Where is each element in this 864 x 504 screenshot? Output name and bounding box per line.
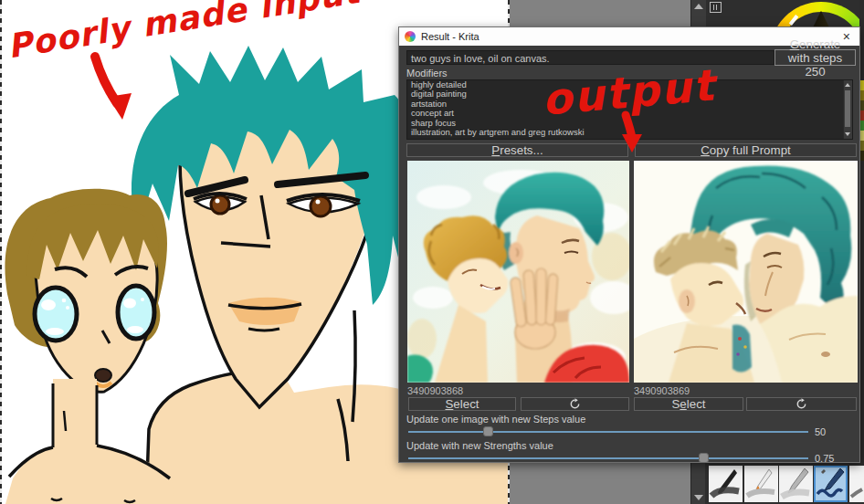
partial-brush-icon xyxy=(849,466,864,502)
generated-image-2[interactable] xyxy=(634,161,858,383)
pencil-icon xyxy=(779,466,813,502)
strengths-slider-value: 0.75 xyxy=(815,453,834,464)
krita-workspace: Result - Krita × two guys in love, oil o… xyxy=(0,0,864,504)
brush-preset-blue-pen-selected[interactable] xyxy=(814,466,848,502)
select-button-2[interactable]: Select xyxy=(634,397,743,411)
ink-pen-icon xyxy=(709,466,743,502)
brush-presets-docker xyxy=(705,462,864,504)
modifier-item[interactable]: illustration, art by artgrem and greg ru… xyxy=(407,128,852,137)
modifier-item[interactable]: concept art xyxy=(407,109,852,118)
painting-two-men-kissing xyxy=(634,161,858,383)
modifier-item[interactable]: digital painting xyxy=(407,89,852,99)
docker-toolbox-icon[interactable] xyxy=(710,2,722,13)
modifiers-scrollbar[interactable] xyxy=(843,80,852,139)
strengths-slider-label: Update with new Strengths value xyxy=(406,440,553,451)
generated-image-1[interactable] xyxy=(407,161,629,383)
generate-button[interactable]: Generate with steps 250 xyxy=(774,49,856,66)
scroll-down-icon[interactable] xyxy=(845,132,850,136)
brush-preset-ink-pen[interactable] xyxy=(709,466,743,502)
modifier-item[interactable]: highly detailed xyxy=(407,80,852,89)
brush-preset-pencil[interactable] xyxy=(779,466,813,502)
select-button-1[interactable]: Select xyxy=(408,397,516,411)
presets-button[interactable]: Presets... xyxy=(406,143,628,157)
seed-label-2: 3490903869 xyxy=(634,385,690,396)
slider-handle[interactable] xyxy=(483,426,493,436)
seed-label-1: 3490903868 xyxy=(407,385,463,396)
steps-slider-value: 50 xyxy=(815,426,826,437)
painting-two-men-sky xyxy=(407,161,629,383)
krita-icon xyxy=(405,31,416,42)
scroll-up-icon[interactable] xyxy=(694,4,703,9)
refresh-button-1[interactable] xyxy=(521,397,629,411)
result-dialog: Result - Krita × two guys in love, oil o… xyxy=(398,26,860,463)
brush-preset-fine-pen[interactable] xyxy=(744,466,778,502)
modifiers-list[interactable]: highly detailed digital painting artstat… xyxy=(406,79,853,140)
scrollbar-handle[interactable] xyxy=(845,90,850,127)
modifiers-label: Modifiers xyxy=(406,68,448,79)
scroll-down-icon[interactable] xyxy=(694,495,703,500)
slider-handle[interactable] xyxy=(699,453,709,463)
blue-pen-icon xyxy=(814,466,848,502)
refresh-icon xyxy=(569,398,581,410)
steps-slider[interactable] xyxy=(408,426,808,436)
selection-marquee-left xyxy=(0,0,2,504)
modifier-item[interactable]: artstation xyxy=(407,100,852,109)
refresh-button-2[interactable] xyxy=(746,397,857,411)
fine-pen-icon xyxy=(744,466,778,502)
slider-track[interactable] xyxy=(408,457,808,459)
refresh-icon xyxy=(796,398,807,410)
steps-slider-label: Update one image with new Steps value xyxy=(406,414,585,425)
hue-marker xyxy=(789,15,799,26)
copy-full-prompt-button[interactable]: Copy full Prompt xyxy=(635,143,857,157)
strengths-slider[interactable] xyxy=(408,453,808,463)
scroll-up-icon[interactable] xyxy=(845,83,850,87)
brush-preset-partial[interactable] xyxy=(849,466,864,502)
prompt-input[interactable]: two guys in love, oil on canvas. xyxy=(406,50,774,65)
dialog-title: Result - Krita xyxy=(421,31,839,42)
slider-track[interactable] xyxy=(408,431,808,433)
